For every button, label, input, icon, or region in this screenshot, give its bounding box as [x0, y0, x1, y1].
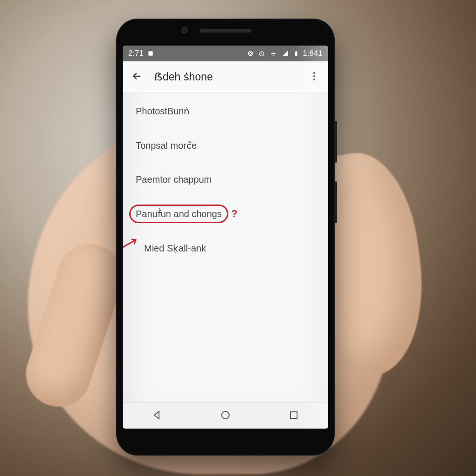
list-item-label: PhotostBunṅ	[136, 106, 190, 116]
app-header: ẞdeh ṡhone	[123, 61, 328, 93]
system-nav-bar	[123, 402, 328, 429]
page-title: ẞdeh ṡhone	[154, 71, 297, 83]
phone-speaker	[200, 29, 251, 33]
nav-recents-button[interactable]	[278, 406, 310, 425]
list-item[interactable]: Paemtor chappum	[123, 164, 328, 195]
square-recents-icon	[288, 410, 299, 422]
battery-icon	[293, 49, 299, 58]
circle-home-icon	[220, 410, 231, 422]
list-item[interactable]: Tonpsal morc̊e	[123, 130, 328, 161]
svg-point-1	[249, 51, 253, 55]
list-item-label: Mied Sḳall-ank	[144, 243, 206, 253]
svg-point-7	[313, 75, 315, 77]
more-vert-icon	[309, 71, 320, 83]
nav-back-button[interactable]	[141, 406, 173, 425]
svg-rect-10	[291, 412, 297, 418]
status-time-right: 1:641	[303, 49, 323, 58]
status-time-left: 2:71	[128, 49, 144, 58]
screen: 2:71	[123, 46, 328, 429]
list-item-label: Paemtor chappum	[136, 174, 212, 185]
wifi-icon	[269, 49, 278, 58]
svg-point-2	[250, 53, 251, 54]
list-item[interactable]: Panuḟun and chongs ?	[123, 198, 328, 230]
annotation-question-mark: ?	[231, 208, 237, 220]
list-item[interactable]: Mied Sḳall-ank	[123, 232, 328, 264]
phone-body: 2:71	[116, 19, 335, 456]
arrow-left-icon	[131, 71, 142, 83]
nfc-icon	[247, 50, 254, 57]
list-item-label: Panuḟun and chongs	[136, 209, 222, 219]
settings-list: PhotostBunṅ Tonpsal morc̊e Paemtor chapp…	[123, 93, 328, 402]
nav-home-button[interactable]	[209, 406, 242, 425]
status-bar: 2:71	[123, 46, 328, 61]
svg-rect-0	[148, 51, 152, 55]
signal-icon	[281, 49, 290, 58]
svg-rect-5	[296, 51, 297, 52]
triangle-back-icon	[152, 410, 163, 422]
notification-icon	[147, 50, 154, 57]
list-item-label: Tonpsal morc̊e	[136, 140, 197, 151]
alarm-icon	[258, 50, 265, 57]
annotation-arrow-icon	[123, 234, 140, 251]
svg-rect-4	[295, 52, 298, 56]
svg-point-8	[313, 79, 315, 80]
svg-point-6	[313, 72, 315, 74]
overflow-menu-button[interactable]	[305, 67, 324, 86]
list-item[interactable]: PhotostBunṅ	[123, 95, 328, 127]
front-camera	[181, 27, 188, 33]
svg-point-9	[222, 411, 229, 419]
back-button[interactable]	[127, 67, 146, 86]
